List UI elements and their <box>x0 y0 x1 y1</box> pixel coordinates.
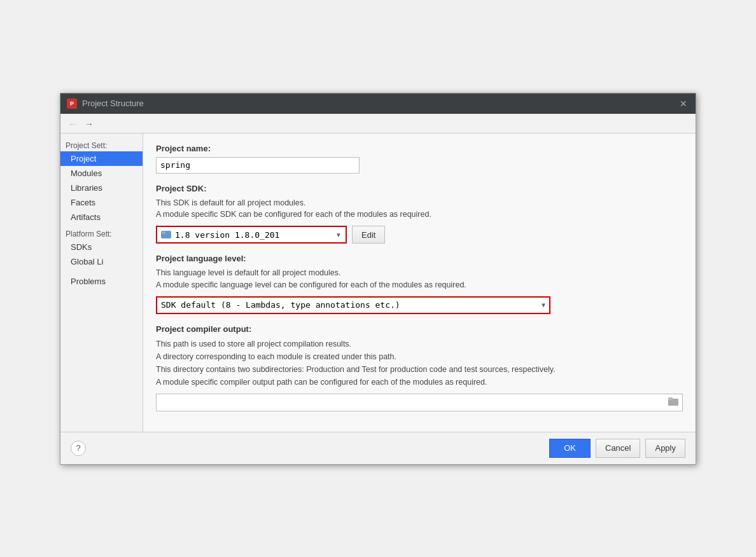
ok-button[interactable]: OK <box>549 439 591 458</box>
sdk-row: 1.8 version 1.8.0_201 ▼ Edit <box>156 226 683 244</box>
dialog-title: Project Structure <box>82 99 144 108</box>
content-area: Project Sett: Project Modules Libraries … <box>60 134 696 432</box>
compiler-desc: This path is used to store all project c… <box>156 338 683 389</box>
project-name-input[interactable] <box>156 157 360 174</box>
svg-rect-5 <box>668 397 673 400</box>
sdk-folder-icon <box>161 231 171 238</box>
compiler-output-box <box>156 394 683 411</box>
sidebar-item-sdks[interactable]: SDKs <box>60 240 143 254</box>
language-level-dropdown[interactable]: SDK default (8 - Lambdas, type annotatio… <box>156 296 550 314</box>
edit-sdk-button[interactable]: Edit <box>352 226 385 244</box>
project-name-label: Project name: <box>156 144 683 153</box>
app-icon: P <box>67 99 77 109</box>
project-name-section: Project name: <box>156 144 683 174</box>
title-bar: P Project Structure ✕ <box>60 93 696 114</box>
project-sdk-section: Project SDK: This SDK is default for all… <box>156 184 683 244</box>
sidebar-item-libraries[interactable]: Libraries <box>60 181 143 195</box>
main-content: Project name: Project SDK: This SDK is d… <box>143 134 696 432</box>
close-button[interactable]: ✕ <box>678 98 689 109</box>
project-settings-label: Project Sett: <box>60 139 143 151</box>
bottom-bar: ? OK Cancel Apply <box>60 432 696 464</box>
platform-settings-label: Platform Sett: <box>60 224 143 240</box>
forward-button[interactable]: → <box>82 118 96 130</box>
svg-text:P: P <box>70 100 74 107</box>
project-sdk-label: Project SDK: <box>156 184 683 193</box>
sdk-desc1: This SDK is default for all project modu… <box>156 197 683 221</box>
compiler-output-folder-icon[interactable] <box>668 397 678 408</box>
title-bar-left: P Project Structure <box>67 99 144 109</box>
sdk-dropdown-arrow: ▼ <box>335 231 342 238</box>
svg-rect-3 <box>162 231 165 234</box>
dialog-body: ← → Project Sett: Project Modules Librar… <box>60 114 696 464</box>
compiler-output-section: Project compiler output: This path is us… <box>156 324 683 411</box>
sdk-dropdown-inner: 1.8 version 1.8.0_201 <box>161 230 279 240</box>
back-button[interactable]: ← <box>66 118 80 130</box>
language-level-label: Project language level: <box>156 254 683 263</box>
language-level-section: Project language level: This language le… <box>156 254 683 314</box>
nav-bar: ← → <box>60 114 696 134</box>
sdk-dropdown[interactable]: 1.8 version 1.8.0_201 ▼ <box>156 226 347 244</box>
apply-button[interactable]: Apply <box>645 439 685 458</box>
compiler-output-label: Project compiler output: <box>156 324 683 334</box>
sidebar-item-artifacts[interactable]: Artifacts <box>60 210 143 224</box>
help-button[interactable]: ? <box>71 441 86 456</box>
language-dropdown-arrow: ▼ <box>542 301 545 308</box>
sidebar-item-facets[interactable]: Facets <box>60 195 143 210</box>
sidebar-item-modules[interactable]: Modules <box>60 166 143 181</box>
sidebar-item-project[interactable]: Project <box>60 151 143 166</box>
sdk-value: 1.8 version 1.8.0_201 <box>175 230 279 240</box>
project-structure-dialog: P Project Structure ✕ ← → Project Sett: … <box>60 93 696 465</box>
language-level-value: SDK default (8 - Lambdas, type annotatio… <box>161 300 400 310</box>
sidebar-item-problems[interactable]: Problems <box>60 274 143 289</box>
language-desc: This language level is default for all p… <box>156 267 683 291</box>
sidebar: Project Sett: Project Modules Libraries … <box>60 134 143 432</box>
cancel-button[interactable]: Cancel <box>596 439 640 458</box>
sidebar-item-global-libraries[interactable]: Global Li <box>60 254 143 269</box>
